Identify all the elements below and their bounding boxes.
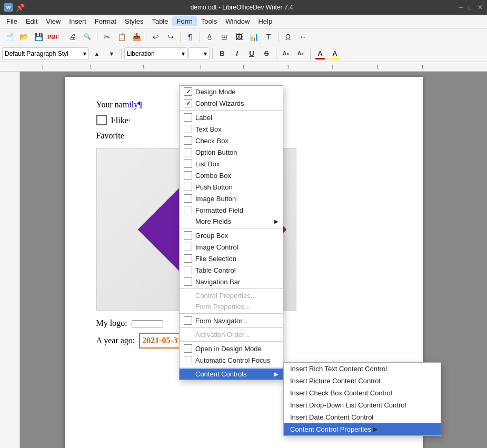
group-box-label: Group Box [195, 232, 279, 240]
menu-insert[interactable]: Insert [65, 16, 91, 26]
titlebar: W 📌 demo.odt - LibreOfficeDev Writer 7.4… [0, 0, 487, 15]
text-box-label: Text Box [195, 125, 279, 133]
para-mark-1: ily¶ [129, 100, 142, 109]
content-controls-arrow: ▶ [274, 371, 279, 377]
ruler: | 1 1 | 1 1 | 1 1 [0, 62, 487, 72]
new-button[interactable]: 📄 [2, 30, 16, 44]
menu-table[interactable]: Table [147, 16, 172, 26]
font-name-dropdown[interactable]: Liberation ▾ [124, 47, 187, 60]
save-button[interactable]: 💾 [32, 30, 45, 44]
control-wizards-check [184, 99, 192, 107]
underline-button[interactable]: U [245, 47, 259, 61]
checkbox-widget[interactable] [96, 115, 107, 125]
strikethrough-button[interactable]: S [260, 47, 273, 61]
menu-item-activation-order: Activation Order... [180, 329, 283, 340]
menu-form[interactable]: Form [172, 16, 196, 26]
insert-field-button[interactable]: ↔ [296, 30, 310, 44]
bold-button[interactable]: B [215, 47, 229, 61]
insert-dropdown-label: Insert Drop-Down List Content Control [290, 401, 406, 409]
favorite-text: Favorite [96, 131, 124, 140]
menu-view[interactable]: View [42, 16, 65, 26]
superscript-button[interactable]: Ax [279, 47, 293, 61]
menu-sep-7 [180, 367, 283, 367]
paragraph-style-dropdown[interactable]: Default Paragraph Styl ▾ [2, 47, 89, 60]
style-dec-button[interactable]: ▼ [105, 47, 118, 61]
label-label: Label [195, 114, 279, 122]
image-control-label: Image Control [195, 243, 279, 251]
ruler-mark-0: | [42, 64, 43, 69]
menu-item-navigation-bar[interactable]: Navigation Bar [180, 276, 283, 287]
ruler-mark-4: 1 [242, 64, 245, 69]
combo-box-check [184, 171, 192, 180]
menu-item-control-wizards[interactable]: Control Wizards [180, 97, 283, 109]
open-button[interactable]: 📂 [17, 30, 31, 44]
menu-item-more-fields[interactable]: More Fields ▶ [180, 216, 283, 227]
submenu-content-control-properties[interactable]: Content Control Properties ▶ [284, 423, 441, 435]
chart-button[interactable]: 📊 [247, 30, 261, 44]
font-size-dropdown[interactable]: ▾ [188, 47, 210, 60]
submenu-insert-date[interactable]: Insert Date Content Control [284, 411, 441, 423]
image-button[interactable]: 🖼 [232, 30, 246, 44]
table-button[interactable]: ⊞ [217, 30, 231, 44]
menu-item-push-button[interactable]: Push Button [180, 181, 283, 193]
menu-tools[interactable]: Tools [197, 16, 221, 26]
menu-item-option-button[interactable]: Option Button [180, 146, 283, 158]
menu-item-open-design-mode[interactable]: Open in Design Mode [180, 343, 283, 354]
content-controls-label: Content Controls [195, 370, 271, 378]
menu-item-form-navigator[interactable]: Form Navigator... [180, 315, 283, 326]
menu-item-list-box[interactable]: List Box [180, 158, 283, 170]
ruler-mark-8: 1 [421, 64, 424, 69]
menu-styles[interactable]: Styles [121, 16, 147, 26]
submenu-insert-dropdown[interactable]: Insert Drop-Down List Content Control [284, 399, 441, 411]
highlight-color-button[interactable]: A [328, 47, 342, 61]
menu-item-table-control[interactable]: Table Control [180, 264, 283, 276]
menu-item-text-box[interactable]: Text Box [180, 123, 283, 135]
paste-button[interactable]: 📥 [130, 30, 143, 44]
ruler-mark-6: | [332, 64, 333, 69]
cut-button[interactable]: ✂ [100, 30, 114, 44]
submenu-insert-rich-text[interactable]: Insert Rich Text Content Control [284, 363, 441, 375]
list-box-check [184, 160, 192, 168]
special-char-button[interactable]: Ω [281, 30, 295, 44]
menu-help[interactable]: Help [254, 16, 276, 26]
menu-sep-2 [180, 228, 283, 228]
ruler-mark-7: 1 [376, 64, 379, 69]
italic-button[interactable]: I [230, 47, 244, 61]
redo-button[interactable]: ↪ [164, 30, 177, 44]
style-inc-button[interactable]: ▲ [90, 47, 104, 61]
undo-button[interactable]: ↩ [149, 30, 163, 44]
menu-edit[interactable]: Edit [22, 16, 42, 26]
menu-item-content-controls[interactable]: Content Controls ▶ [180, 369, 283, 380]
menu-item-combo-box[interactable]: Combo Box [180, 170, 283, 181]
paragraph-mark-button[interactable]: ¶ [183, 30, 197, 44]
copy-button[interactable]: 📋 [115, 30, 128, 44]
cursor-indicator: ▶ [373, 426, 377, 433]
menu-item-label[interactable]: Label [180, 112, 283, 123]
menu-sep-3 [180, 288, 283, 289]
textbox-button[interactable]: T [262, 30, 275, 44]
menu-item-file-selection[interactable]: File Selection [180, 253, 283, 264]
submenu-insert-picture[interactable]: Insert Picture Content Control [284, 375, 441, 387]
submenu-insert-check-box[interactable]: Insert Check Box Content Control [284, 387, 441, 399]
vertical-ruler [0, 72, 20, 448]
subscript-button[interactable]: Ax [294, 47, 307, 61]
styles-button[interactable]: A̲ [203, 30, 216, 44]
menu-format[interactable]: Format [91, 16, 121, 26]
menu-item-image-button[interactable]: Image Button [180, 193, 283, 204]
menu-item-auto-control-focus[interactable]: Automatic Control Focus [180, 354, 283, 366]
menu-item-check-box[interactable]: Check Box [180, 135, 283, 146]
menu-item-image-control[interactable]: Image Control [180, 241, 283, 253]
menu-item-design-mode[interactable]: Design Mode [180, 86, 283, 97]
date-value[interactable]: 2021-05-31 [139, 333, 185, 349]
menu-item-group-box[interactable]: Group Box [180, 230, 283, 241]
menu-file[interactable]: File [2, 16, 22, 26]
form-properties-label: Form Properties... [195, 303, 279, 311]
export-pdf-button[interactable]: PDF [46, 30, 60, 44]
control-wizards-label: Control Wizards [195, 99, 279, 107]
menu-window[interactable]: Window [221, 16, 254, 26]
auto-control-focus-label: Automatic Control Focus [195, 356, 279, 364]
print-button[interactable]: 🖨 [66, 30, 79, 44]
print-preview-button[interactable]: 🔍 [81, 30, 94, 44]
menu-item-formatted-field[interactable]: Formatted Field [180, 204, 283, 216]
font-color-button[interactable]: A [313, 47, 327, 61]
